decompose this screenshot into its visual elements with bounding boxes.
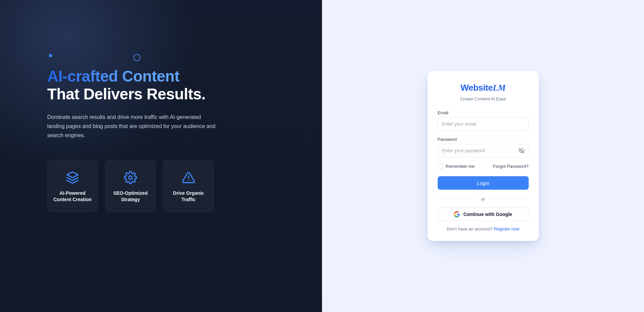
headline-accent: AI-crafted Content	[47, 67, 179, 85]
feature-card-label: Drive Organic Traffic	[168, 190, 209, 203]
forgot-password-link[interactable]: Forgot Password?	[493, 164, 529, 169]
svg-point-1	[129, 176, 132, 179]
password-label: Password	[438, 137, 529, 142]
feature-card-organic-traffic: Drive Organic Traffic	[163, 160, 214, 212]
eye-off-icon[interactable]	[518, 147, 525, 154]
divider-line	[438, 199, 476, 199]
divider-or: or	[481, 196, 485, 201]
divider-line	[490, 199, 528, 199]
feature-card-seo-strategy: SEO-Optimized Strategy	[105, 160, 156, 212]
feature-card-label: AI-Powered Content Creation	[52, 190, 93, 203]
brand-tagline: Create Content At Ease	[438, 96, 529, 101]
headline-plain: That Delivers Results.	[47, 85, 206, 103]
hero-headline: AI-crafted Content That Delivers Results…	[47, 67, 292, 103]
email-label: Email	[438, 110, 529, 115]
remember-checkbox[interactable]	[438, 163, 443, 169]
register-prompt: Don't have an account? Register now	[438, 226, 529, 231]
layers-icon	[65, 170, 80, 185]
brand-text-main: Website	[461, 83, 493, 93]
decorative-circle	[133, 54, 141, 61]
google-icon	[454, 211, 460, 217]
hero-subtext: Dominate search results and drive more t…	[47, 113, 216, 140]
feature-card-label: SEO-Optimized Strategy	[110, 190, 151, 203]
login-button[interactable]: Login	[438, 176, 529, 190]
divider: or	[438, 196, 529, 201]
register-prompt-text: Don't have an account?	[447, 226, 494, 231]
alert-triangle-icon	[181, 170, 196, 185]
remember-me[interactable]: Remember me	[438, 163, 475, 169]
login-card: WebsiteLM Create Content At Ease Email P…	[428, 71, 539, 241]
remember-label: Remember me	[446, 164, 475, 169]
auth-panel: WebsiteLM Create Content At Ease Email P…	[322, 0, 644, 312]
svg-marker-0	[67, 172, 78, 178]
google-button-label: Continue with Google	[463, 212, 512, 217]
brand-logo: WebsiteLM	[438, 83, 529, 93]
feature-cards: AI-Powered Content Creation SEO-Optimize…	[47, 160, 292, 212]
gear-icon	[123, 170, 138, 185]
email-input[interactable]	[438, 117, 529, 131]
decorative-dot	[49, 54, 52, 57]
feature-card-content-creation: AI-Powered Content Creation	[47, 160, 98, 212]
register-link[interactable]: Register now	[494, 226, 519, 231]
password-input[interactable]	[438, 144, 529, 157]
hero-panel: AI-crafted Content That Delivers Results…	[0, 0, 322, 312]
continue-with-google-button[interactable]: Continue with Google	[438, 208, 529, 221]
brand-text-lm: LM	[493, 83, 505, 93]
